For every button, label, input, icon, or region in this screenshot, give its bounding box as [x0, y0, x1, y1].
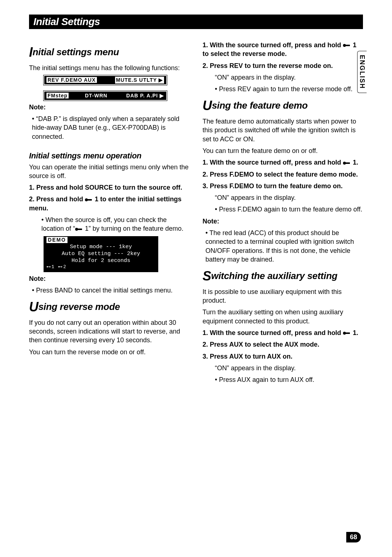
key-icon — [343, 161, 351, 165]
fd-step-3-sub2: • Press F.DEMO again to turn the feature… — [215, 205, 363, 214]
aux-intro-1: It is possible to use auxiliary equipmen… — [203, 287, 363, 305]
aux-step-3: 3. Press AUX to turn AUX on. — [203, 352, 363, 361]
rev-step-1: 1. With the source turned off, press and… — [203, 41, 363, 58]
key-icon — [75, 227, 83, 231]
step-1: 1. Press and hold SOURCE to turn the sou… — [29, 183, 189, 192]
reverse-intro: If you do not carry out an operation wit… — [29, 318, 189, 345]
reverse-intro-2: You can turn the reverse mode on or off. — [29, 348, 189, 356]
heading-initial-settings-menu: Initial settings menu — [29, 44, 189, 61]
heading-feature-demo: Using the feature demo — [203, 97, 363, 115]
rev-step-2-sub1: “ON” appears in the display. — [215, 73, 363, 82]
step-2: 2. Press and hold 1 to enter the initial… — [29, 195, 189, 213]
rev-step-2-sub2: • Press REV again to turn the reverse mo… — [215, 85, 363, 93]
fd-intro-2: You can turn the feature demo on or off. — [203, 146, 363, 155]
note-2-text: • Press BAND to cancel the initial setti… — [32, 286, 189, 295]
lcd-display-menu: REV F.DEMO AUX MUTE.S UTLTY ▶ FMstep DT-… — [44, 75, 167, 101]
note-label: Note: — [29, 103, 189, 112]
aux-step-1: 1. With the source turned off, press and… — [203, 328, 363, 337]
fd-step-3: 3. Press F.DEMO to turn the feature demo… — [203, 182, 363, 190]
heading-reverse-mode: Using reverse mode — [29, 298, 189, 316]
note-label-2: Note: — [29, 274, 189, 283]
language-tab: ENGLISH — [357, 51, 367, 93]
fd-intro-1: The feature demo automatically starts wh… — [203, 117, 363, 144]
fd-step-3-sub1: “ON” appears in the display. — [215, 193, 363, 202]
right-column: 1. With the source turned off, press and… — [203, 40, 363, 387]
left-column: Initial settings menu The initial settin… — [29, 40, 189, 387]
heading-operation: Initial settings menu operation — [29, 150, 189, 161]
section-title-bar: Initial Settings — [29, 15, 363, 29]
rev-step-2: 2. Press REV to turn the reverse mode on… — [203, 61, 363, 70]
heading-aux: Switching the auxiliary setting — [203, 267, 363, 285]
key-icon — [343, 43, 351, 48]
note-text: • “DAB P.” is displayed only when a sepa… — [32, 114, 189, 141]
aux-step-3-sub1: “ON” appears in the display. — [215, 364, 363, 372]
step-2-sub: • When the source is off, you can check … — [41, 215, 189, 233]
fd-note-text: • The red lead (ACC) of this product sho… — [205, 229, 363, 264]
intro-text: The initial settings menu has the follow… — [29, 64, 189, 72]
key-icon — [85, 198, 93, 202]
aux-step-2: 2. Press AUX to select the AUX mode. — [203, 340, 363, 349]
lcd-demo-display: DEMO Setup mode --- 1key Auto EQ setting… — [44, 236, 158, 272]
key-icon — [343, 331, 351, 335]
fd-step-2: 2. Press F.DEMO to select the feature de… — [203, 170, 363, 179]
page-number: 68 — [346, 532, 361, 542]
fd-step-1: 1. With the source turned off, press and… — [203, 158, 363, 167]
fd-note-label: Note: — [203, 217, 363, 226]
operation-intro: You can operate the initial settings men… — [29, 163, 189, 181]
aux-step-3-sub2: • Press AUX again to turn AUX off. — [215, 375, 363, 384]
aux-intro-2: Turn the auxiliary setting on when using… — [203, 308, 363, 326]
